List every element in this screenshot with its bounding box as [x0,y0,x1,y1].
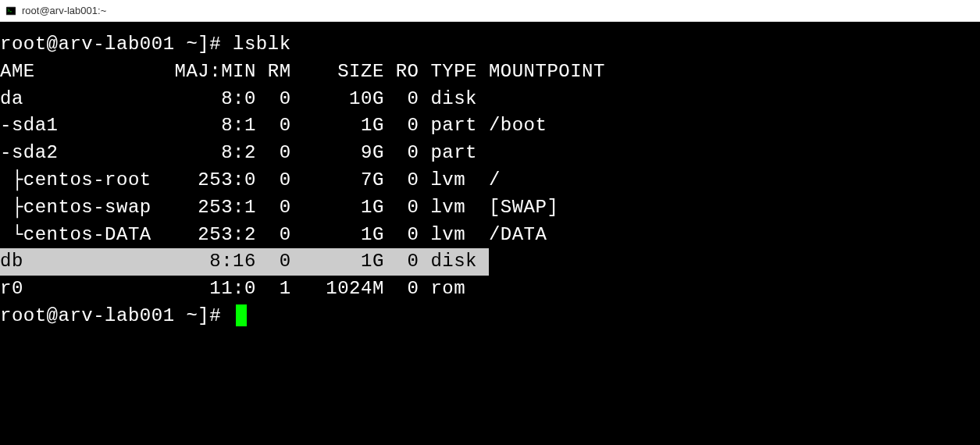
prompt-line: root@arv-lab001 ~]# lsblk [0,31,980,59]
lsblk-row: da 8:0 0 10G 0 disk [0,86,980,113]
lsblk-row: db 8:16 0 1G 0 disk [0,248,980,276]
terminal-icon [5,5,17,17]
lsblk-row: └centos-DATA 253:2 0 1G 0 lvm /DATA [0,222,980,249]
lsblk-row: r0 11:0 1 1024M 0 rom [0,276,980,303]
lsblk-header: AME MAJ:MIN RM SIZE RO TYPE MOUNTPOINT [0,59,980,86]
lsblk-row: ├centos-swap 253:1 0 1G 0 lvm [SWAP] [0,194,980,222]
prompt-line: root@arv-lab001 ~]# [0,303,980,330]
cursor [236,304,247,326]
lsblk-row: -sda2 8:2 0 9G 0 part [0,140,980,167]
window-title: root@arv-lab001:~ [22,5,106,16]
window-title-bar: root@arv-lab001:~ [0,0,980,22]
terminal-output[interactable]: root@arv-lab001 ~]# lsblkAME MAJ:MIN RM … [0,22,980,445]
lsblk-row: ├centos-root 253:0 0 7G 0 lvm / [0,167,980,194]
lsblk-row: -sda1 8:1 0 1G 0 part /boot [0,112,980,140]
